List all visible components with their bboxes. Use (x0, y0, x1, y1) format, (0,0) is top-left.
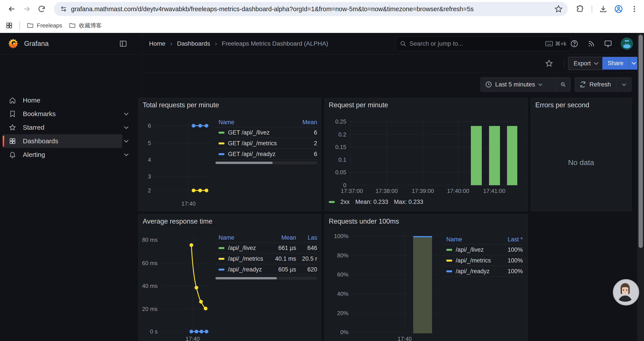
legend-scrollbar[interactable] (215, 161, 317, 164)
data-point[interactable] (198, 189, 202, 192)
panel-request-per-minute: Request per minute 0.25 0.2 0.15 0.1 0.0… (324, 98, 528, 211)
legend-scrollbar-thumb[interactable] (216, 162, 273, 164)
rss-icon[interactable] (586, 39, 596, 49)
avatar-sprite (621, 38, 633, 50)
data-point[interactable] (192, 124, 196, 128)
favorite-star-icon[interactable] (545, 59, 554, 68)
panel-requests-under-100ms: Requests under 100ms 100% 80% 60% 40% 20… (324, 214, 528, 341)
sidebar-item-home[interactable]: Home (3, 94, 122, 107)
time-range-picker[interactable]: Last 5 minutes (481, 78, 556, 92)
search-input[interactable]: Search or jump to... ⌘+k (396, 37, 570, 51)
chevron-down-icon (622, 83, 626, 86)
zoom-out-button[interactable] (556, 78, 570, 92)
data-point[interactable] (205, 189, 208, 192)
legend-row[interactable]: /api/_/metrics 100% (443, 255, 523, 266)
data-point[interactable] (190, 330, 193, 333)
refresh-interval-button[interactable] (617, 78, 631, 92)
browser-toolbar (0, 0, 644, 18)
legend-row[interactable]: /api/_/metrics 40.1 ms 20.5 r (215, 253, 317, 264)
breadcrumb: Home › Dashboards › Freeleaps Metrics Da… (149, 33, 328, 55)
legend-series-name[interactable]: 2xx (340, 199, 350, 205)
series-swatch (218, 269, 224, 270)
sidebar-item-alerting[interactable]: Alerting (3, 148, 122, 162)
sidebar-expand-bookmarks[interactable] (122, 107, 130, 121)
downloads-icon[interactable] (598, 3, 609, 15)
monitor-icon[interactable] (603, 39, 613, 49)
breadcrumb-separator: › (215, 40, 217, 47)
data-point[interactable] (195, 286, 198, 290)
legend-row[interactable]: GET /api/_/readyz 6 (215, 149, 317, 160)
data-point[interactable] (205, 124, 208, 128)
bar-2xx[interactable] (507, 126, 517, 185)
site-info-icon[interactable] (60, 5, 68, 13)
legend-header-name[interactable]: Name (215, 234, 270, 241)
legend-header-last[interactable]: Las (296, 234, 317, 241)
legend-row[interactable]: /api/_/readyz 605 µs 620 (215, 264, 317, 275)
bookmark-star-icon[interactable] (554, 5, 563, 14)
reload-icon[interactable] (36, 3, 47, 15)
sidebar-expand-alerting[interactable] (122, 148, 130, 162)
brand-name: Grafana (24, 40, 49, 48)
data-point[interactable] (205, 330, 208, 333)
x-tick: 17:41:00 (483, 188, 505, 194)
legend-header-mean[interactable]: Mean (270, 234, 296, 241)
browser-menu-icon[interactable] (629, 3, 640, 15)
x-tick: 17:37:00 (341, 188, 363, 194)
breadcrumb-home[interactable]: Home (149, 40, 166, 47)
back-icon[interactable] (6, 3, 18, 15)
legend-header-name[interactable]: Name (215, 119, 298, 126)
sidebar-expand-dashboards[interactable] (122, 134, 130, 148)
bar-2xx[interactable] (471, 126, 482, 185)
legend-row[interactable]: /api/_/livez 661 µs 646 (215, 242, 317, 253)
data-point[interactable] (204, 307, 208, 310)
legend-header-name[interactable]: Name (443, 236, 499, 243)
legend-header-mean[interactable]: Mean (298, 119, 317, 126)
apps-grid-icon[interactable] (4, 20, 15, 31)
user-avatar[interactable] (621, 38, 633, 50)
legend-scrollbar-thumb[interactable] (216, 277, 277, 279)
forward-icon[interactable] (21, 3, 32, 15)
legend-row[interactable]: GET /api/_/livez 6 (215, 127, 317, 138)
folder-icon (69, 22, 76, 29)
gridline (349, 185, 520, 185)
megamenu-dock-icon[interactable] (118, 39, 128, 49)
data-point[interactable] (199, 300, 203, 304)
data-point[interactable] (192, 189, 196, 192)
sidebar-item-starred[interactable]: Starred (3, 121, 122, 134)
data-point[interactable] (200, 330, 204, 333)
breadcrumb-dashboards[interactable]: Dashboards (177, 40, 210, 47)
legend-header-last[interactable]: Last * (499, 236, 523, 243)
data-point[interactable] (198, 124, 202, 128)
grafana-brand[interactable]: Grafana (8, 33, 49, 55)
bar-under-100ms[interactable] (413, 236, 432, 333)
toolbar-divider (592, 5, 592, 13)
profile-icon[interactable] (613, 3, 624, 15)
legend-scrollbar[interactable] (215, 277, 317, 280)
chevron-down-icon (538, 83, 542, 86)
floating-assistant-avatar[interactable] (613, 279, 639, 305)
data-point[interactable] (190, 243, 193, 247)
url-input[interactable] (70, 5, 554, 13)
legend-row[interactable]: /api/_/livez 100% (443, 244, 523, 255)
page-scrollbar-thumb[interactable] (638, 35, 643, 248)
extensions-icon[interactable] (575, 3, 586, 15)
export-button[interactable]: Export (568, 57, 604, 70)
bookmark-folder-blogs[interactable]: 收藏博客 (66, 21, 105, 30)
sidebar-item-dashboards[interactable]: Dashboards (3, 134, 122, 148)
legend-row[interactable]: GET /api/_/metrics 2 (215, 138, 317, 149)
series-swatch (446, 270, 452, 272)
y-tick: 0.1 (329, 156, 346, 163)
grafana-logo-icon (8, 38, 18, 49)
bar-2xx[interactable] (489, 126, 500, 185)
bookmark-folder-freeleaps[interactable]: Freeleaps (24, 21, 65, 30)
data-point[interactable] (195, 330, 198, 333)
legend-row[interactable]: /api/_/readyz 100% (443, 266, 523, 277)
refresh-button[interactable]: Refresh (575, 78, 616, 92)
sidebar-expand-starred[interactable] (122, 121, 130, 134)
gridline (458, 120, 458, 185)
share-button[interactable]: Share (602, 57, 629, 70)
grafana-header: Grafana Home › Dashboards › Freeleaps Me… (0, 33, 644, 55)
address-bar[interactable] (54, 2, 568, 16)
sidebar-item-bookmarks[interactable]: Bookmarks (3, 107, 122, 121)
help-icon[interactable] (570, 39, 579, 49)
